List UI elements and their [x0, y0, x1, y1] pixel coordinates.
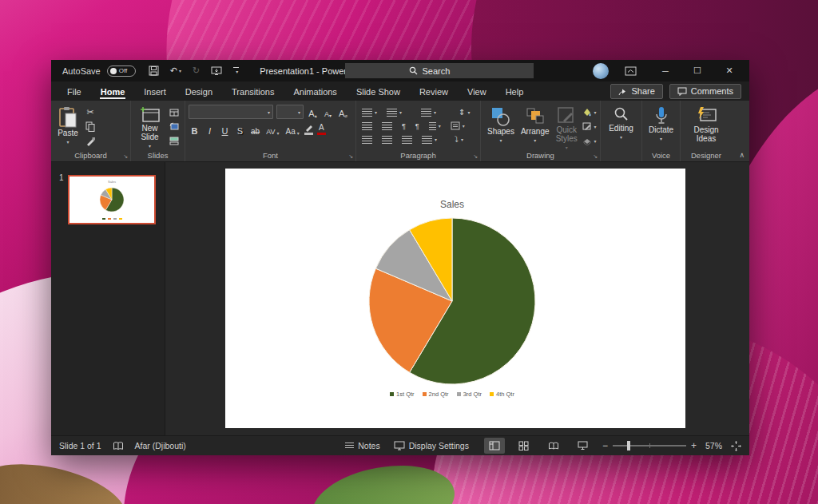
columns-button[interactable]: ▾	[427, 121, 443, 132]
numbering-button[interactable]: ▾	[384, 107, 404, 118]
slide-indicator[interactable]: Slide 1 of 1	[59, 441, 101, 450]
tab-file[interactable]: File	[59, 84, 89, 99]
align-center-button[interactable]	[379, 134, 395, 145]
tab-help[interactable]: Help	[498, 84, 532, 99]
arrange-button[interactable]: Arrange ▾	[518, 105, 553, 147]
minimize-button[interactable]: ─	[652, 62, 679, 80]
slide-thumbnail[interactable]: Sales	[68, 175, 156, 224]
zoom-in-button[interactable]: +	[691, 440, 697, 451]
normal-view-button[interactable]	[484, 438, 505, 454]
start-slideshow-button[interactable]	[211, 66, 222, 76]
shape-effects-button[interactable]: ▾	[582, 135, 597, 147]
section-button[interactable]	[167, 135, 181, 147]
close-button[interactable]: ✕	[716, 62, 743, 80]
tab-home[interactable]: Home	[93, 84, 133, 99]
decrease-font-size-button[interactable]: A▾	[322, 105, 334, 118]
cut-button[interactable]: ✂	[83, 106, 97, 118]
display-settings-icon	[394, 441, 405, 450]
avatar[interactable]	[593, 63, 609, 79]
ltr-button[interactable]: ¶	[399, 121, 408, 132]
character-spacing-button[interactable]: AV▾	[264, 123, 280, 136]
zoom-slider-thumb[interactable]	[627, 441, 630, 450]
reset-button[interactable]	[167, 121, 181, 133]
shape-fill-button[interactable]: ▾	[582, 106, 597, 118]
slide[interactable]: Sales 1st Qtr2nd Qtr3rd Qtr4th Qtr	[225, 169, 685, 428]
design-ideas-button[interactable]: Design Ideas	[685, 105, 727, 145]
font-color-button[interactable]: A	[317, 124, 326, 135]
tab-review[interactable]: Review	[411, 84, 456, 99]
collapse-ribbon-button[interactable]: ∧	[739, 151, 745, 159]
italic-button[interactable]: I	[204, 123, 216, 136]
decrease-indent-button[interactable]	[359, 121, 375, 132]
search-box[interactable]	[345, 63, 534, 78]
zoom-out-button[interactable]: −	[602, 440, 608, 451]
increase-font-size-button[interactable]: A▴	[307, 105, 319, 118]
paste-button[interactable]: Paste ▾	[54, 105, 81, 149]
align-left-button[interactable]	[359, 134, 375, 145]
customize-qat-button[interactable]: ▾	[233, 67, 239, 74]
align-right-button[interactable]	[399, 134, 415, 145]
font-dialog-launcher[interactable]: ↘	[348, 153, 353, 160]
editing-button[interactable]: Editing ▾	[606, 105, 637, 144]
increase-indent-button[interactable]	[379, 121, 395, 132]
text-shadow-button[interactable]: S	[234, 123, 246, 136]
tab-transitions[interactable]: Transitions	[224, 84, 282, 99]
reading-view-button[interactable]	[543, 438, 564, 454]
comments-button[interactable]: Comments	[669, 84, 741, 99]
quick-styles-button[interactable]: Quick Styles ▾	[553, 105, 582, 154]
format-painter-button[interactable]	[83, 135, 97, 147]
notes-button[interactable]: Notes	[345, 441, 379, 450]
undo-button[interactable]: ↶▾	[170, 65, 181, 76]
ribbon-display-icon	[625, 66, 637, 76]
zoom-slider[interactable]	[613, 445, 686, 446]
justify-button[interactable]: ▾	[419, 134, 439, 145]
share-button[interactable]: Share	[610, 84, 662, 99]
shape-outline-button[interactable]: ▾	[582, 121, 597, 133]
bold-button[interactable]: B	[189, 123, 201, 136]
drawing-dialog-launcher[interactable]: ↘	[593, 153, 598, 160]
clear-formatting-button[interactable]: A⌀	[337, 105, 349, 118]
paragraph-dialog-launcher[interactable]: ↘	[473, 153, 478, 160]
slideshow-view-button[interactable]	[573, 438, 594, 454]
tab-animations[interactable]: Animations	[285, 84, 344, 99]
save-button[interactable]	[149, 65, 159, 76]
autosave-toggle[interactable]: Off	[107, 65, 136, 77]
chart-legend: 1st Qtr2nd Qtr3rd Qtr4th Qtr	[225, 391, 679, 398]
dictate-button[interactable]: Dictate ▾	[645, 105, 677, 145]
convert-smartart-button[interactable]: ⤵▾	[452, 133, 466, 145]
tab-insert[interactable]: Insert	[136, 84, 174, 99]
line-spacing-button[interactable]: ⇕▾	[456, 106, 472, 118]
bullets-button[interactable]: ▾	[359, 107, 379, 118]
clipboard-dialog-launcher[interactable]: ↘	[123, 153, 128, 160]
underline-button[interactable]: U	[219, 123, 231, 136]
ribbon-display-options-button[interactable]	[617, 62, 644, 80]
legend-item: 2nd Qtr	[423, 391, 449, 398]
text-highlight-button[interactable]	[304, 124, 314, 135]
tab-slide-show[interactable]: Slide Show	[348, 84, 408, 99]
slide-sorter-view-button[interactable]	[514, 438, 534, 454]
rtl-button[interactable]: ¶	[413, 121, 422, 132]
indent-more-button[interactable]: ▾	[419, 107, 439, 118]
font-name-combo[interactable]: ▾	[189, 105, 273, 119]
text-direction-button[interactable]: ▾	[448, 120, 467, 132]
zoom-level[interactable]: 57%	[705, 441, 722, 450]
search-input[interactable]	[423, 66, 471, 76]
layout-button[interactable]	[167, 106, 181, 118]
change-case-button[interactable]: Aa▾	[284, 123, 300, 136]
numbering-icon	[387, 109, 397, 117]
chevron-down-icon: ▾	[439, 123, 441, 129]
tab-design[interactable]: Design	[177, 84, 220, 99]
font-group: ▾ ▾ A▴ A▾ A⌀ B I U S ab AV▾ Aa▾	[185, 101, 356, 161]
new-slide-button[interactable]: New Slide ▾	[134, 105, 165, 153]
redo-button[interactable]: ↻	[193, 65, 200, 76]
shapes-button[interactable]: Shapes ▾	[484, 105, 518, 147]
tab-view[interactable]: View	[459, 84, 494, 99]
copy-button[interactable]	[83, 121, 97, 133]
strikethrough-button[interactable]: ab	[249, 123, 261, 136]
fit-slide-button[interactable]	[731, 441, 741, 451]
font-size-combo[interactable]: ▾	[276, 105, 304, 119]
accessibility-button[interactable]	[113, 442, 124, 450]
language-indicator[interactable]: Afar (Djibouti)	[135, 441, 186, 450]
maximize-button[interactable]: ☐	[684, 62, 711, 80]
display-settings-button[interactable]: Display Settings	[394, 441, 469, 450]
